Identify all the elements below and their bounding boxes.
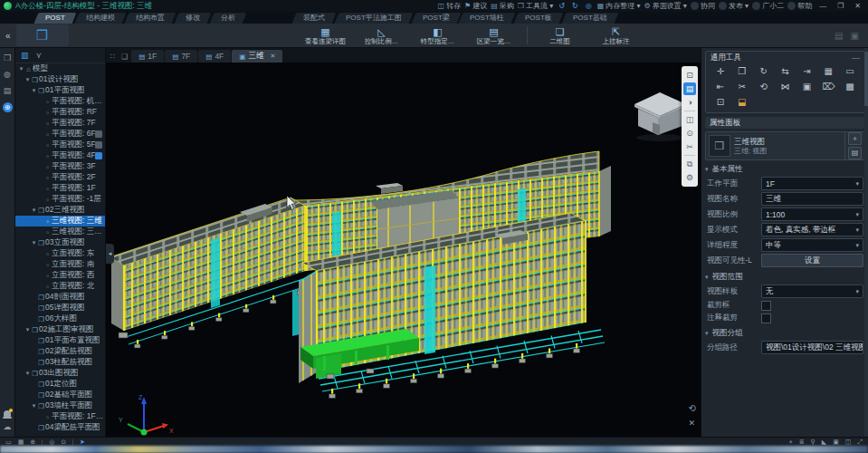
view-tab-1f[interactable]: ▤1F bbox=[131, 50, 164, 63]
tree-item-3d-main-selected[interactable]: ▫三维视图: 三维 bbox=[15, 216, 105, 226]
selection-filter-icon[interactable]: ▭ bbox=[5, 438, 12, 446]
collapse-tools-button[interactable]: — bbox=[852, 53, 860, 63]
measure-icon[interactable]: ⊙ bbox=[683, 127, 696, 140]
view-settings-icon[interactable]: ⚙ bbox=[683, 171, 696, 184]
section-view-group[interactable]: ▾ 视图分组 bbox=[705, 327, 865, 339]
view-tab-3d-active[interactable]: ▣三维✕ bbox=[232, 50, 282, 63]
view-beam-detail-button[interactable]: ▦查看连梁详图 bbox=[302, 26, 349, 45]
layout-toggle-icon[interactable]: ▣ bbox=[851, 31, 859, 41]
viewcube-home-icon[interactable] bbox=[634, 92, 686, 141]
view-type-selector[interactable]: ❒ 三维视图 三维: 视图 ＋ ▤ bbox=[705, 131, 865, 160]
target-icon[interactable]: ⌖ bbox=[789, 438, 793, 446]
minimize-button[interactable]: — bbox=[816, 2, 830, 10]
tree-item-plan-2f[interactable]: ▫平面视图: 2F bbox=[15, 172, 105, 183]
hatch-tool-icon[interactable]: ▩ bbox=[839, 80, 861, 93]
sidebar-collapse-handle[interactable]: ◂ bbox=[106, 244, 114, 264]
crop-box-checkbox[interactable] bbox=[761, 301, 771, 311]
match-tool-icon[interactable]: ⟲ bbox=[753, 80, 775, 93]
window-view-icon[interactable]: ◫ bbox=[845, 438, 852, 446]
tree-item-elev-east[interactable]: ▫立面视图: 东 bbox=[15, 248, 105, 259]
suggestion-button[interactable]: ⚑建议 bbox=[464, 1, 487, 11]
tree-item-plan-6f[interactable]: ▫平面视图: 6F bbox=[15, 129, 105, 140]
tree-item-elevation-views[interactable]: ▾❐03立面视图 bbox=[15, 237, 105, 248]
view-scale-select[interactable]: 1:100▾ bbox=[761, 207, 863, 221]
visibility-settings-button[interactable]: 设置 bbox=[761, 254, 863, 267]
tree-item-large-sample[interactable]: ❐06大样图 bbox=[15, 313, 105, 324]
view-tab-7f[interactable]: ▤7F bbox=[165, 50, 197, 63]
notification-bell-icon[interactable] bbox=[4, 410, 11, 417]
rotate-tool-icon[interactable]: ↻ bbox=[753, 64, 775, 78]
ribbon-tab-post-drawings[interactable]: POST平法施工图 bbox=[334, 13, 413, 24]
publish-menu[interactable]: 发布 ▾ bbox=[719, 1, 749, 11]
tree-item-plan-views[interactable]: ▾❐01平面视图 bbox=[15, 85, 105, 96]
orbit-reset-icon[interactable]: ⟲ bbox=[689, 403, 696, 413]
swap-tool-icon[interactable]: ⇆ bbox=[775, 64, 796, 78]
tree-list-icon[interactable]: ▥ bbox=[21, 51, 29, 60]
viewport-close-icon[interactable]: ✕ bbox=[688, 419, 695, 428]
box-select-tool-icon[interactable]: ▣ bbox=[796, 80, 817, 93]
collaborate-button[interactable]: 协同 bbox=[691, 1, 715, 11]
snap-icon[interactable]: ▦ bbox=[18, 438, 24, 446]
tree-item-plan-b1[interactable]: ▫平面视图: -1层 bbox=[15, 194, 105, 205]
tree-item-positioning[interactable]: ❐01定位图 bbox=[15, 379, 105, 390]
special-assign-button[interactable]: ◧特型指定… bbox=[415, 26, 462, 45]
procurement-button[interactable]: ▤采购 bbox=[491, 1, 514, 11]
toolflow-button[interactable]: ❒工具流 ▾ bbox=[518, 1, 553, 11]
ribbon-tab-post-slab[interactable]: POST板 bbox=[514, 13, 564, 24]
3d-viewport-canvas[interactable]: X Y Z ⊡ ▤ ◑ ◫ ⊙ ✂ ⧉ ⚙ bbox=[106, 63, 701, 437]
model-browser-icon[interactable]: ❒ bbox=[4, 53, 11, 63]
close-button[interactable]: ✕ bbox=[851, 2, 864, 10]
active-tool-icon[interactable]: ⊕ bbox=[3, 102, 13, 112]
view-template-select[interactable]: 无▾ bbox=[761, 284, 863, 298]
corner-snap-icon[interactable]: ◣ bbox=[822, 438, 826, 446]
move-tool-icon[interactable]: ✛ bbox=[710, 64, 731, 78]
group-path-input[interactable]: 视图\01设计视图\02 三维视图 bbox=[761, 341, 863, 354]
tree-item-elev-south[interactable]: ▫立面视图: 南 bbox=[15, 259, 105, 270]
help-button[interactable]: 帮助 bbox=[787, 1, 812, 11]
memory-cleanup-menu[interactable]: ▦内存整理 ▾ bbox=[597, 1, 641, 11]
user-account-button[interactable]: 广小二 bbox=[752, 1, 784, 11]
tree-item-plan-rf[interactable]: ▫平面视图: RF bbox=[15, 107, 105, 118]
tree-item-model[interactable]: ▾⌂模型 bbox=[15, 63, 105, 74]
offset-tool-icon[interactable]: ▭ bbox=[839, 64, 861, 78]
split-tool-icon[interactable]: ✂ bbox=[731, 80, 753, 93]
copy-tool-icon[interactable]: ❐ bbox=[731, 64, 753, 78]
tree-filter-icon[interactable]: ⋎ bbox=[36, 51, 43, 60]
ribbon-collapse-button[interactable]: « bbox=[0, 31, 16, 41]
osnap-icon[interactable]: ⊙ bbox=[61, 438, 66, 446]
array-tool-icon[interactable]: ▦ bbox=[817, 64, 839, 78]
annotation-button[interactable]: ⇱上挂标注 bbox=[593, 26, 640, 45]
tree-item-column-rebar[interactable]: ❐03柱配筋视图 bbox=[15, 357, 105, 368]
tree-item-wallcolumn-plan[interactable]: ▾❐03墙柱平面图 bbox=[15, 400, 105, 411]
locate-icon[interactable]: ⚲ bbox=[811, 438, 816, 446]
section-view-range[interactable]: ▾ 视图范围 bbox=[705, 271, 865, 283]
detail-level-select[interactable]: 中等▾ bbox=[761, 238, 863, 252]
tree-item-foundation-plan[interactable]: ❐02基础平面图 bbox=[15, 390, 105, 400]
control-scale-button[interactable]: ◺控制比例… bbox=[358, 26, 405, 45]
ribbon-tab-modeling[interactable]: 结构建模 bbox=[74, 13, 126, 24]
work-plane-select[interactable]: 1F▾ bbox=[761, 177, 863, 190]
link-icon[interactable]: ⧉ bbox=[683, 158, 696, 170]
grid-icon[interactable]: ⊕ bbox=[30, 438, 35, 446]
tree-item-detail-views[interactable]: ❐05详图视图 bbox=[15, 303, 105, 313]
sync-button[interactable]: ◎ bbox=[584, 2, 594, 10]
clip-icon[interactable]: ✂ bbox=[683, 140, 696, 153]
panel-scrollbar[interactable] bbox=[864, 48, 868, 437]
scrollbar-thumb[interactable] bbox=[864, 52, 868, 106]
type-list-button[interactable]: ▤ bbox=[848, 147, 862, 159]
measure-tool-icon[interactable]: ⊡ bbox=[710, 95, 731, 109]
ribbon-tab-post[interactable]: POST bbox=[34, 13, 77, 24]
ribbon-tab-prefab[interactable]: 装配式 bbox=[291, 13, 336, 24]
view-tab-4f[interactable]: ▤4F bbox=[198, 50, 231, 63]
add-type-button[interactable]: ＋ bbox=[848, 132, 862, 145]
ribbon-tab-post-foundation[interactable]: POST基础 bbox=[561, 13, 618, 24]
section-box-icon[interactable]: ◫ bbox=[683, 113, 696, 126]
2d-drawing-button[interactable]: ❏二维图 bbox=[537, 26, 584, 45]
tree-item-plan-1f[interactable]: ▫平面视图: 1F bbox=[15, 183, 105, 194]
view-name-input[interactable]: 三维 bbox=[761, 192, 863, 206]
panel-dock-icon[interactable]: ▤ bbox=[4, 86, 12, 95]
tree-item-section-views[interactable]: ❐04剖面视图 bbox=[15, 292, 105, 303]
ribbon-tab-post-wallcolumn[interactable]: POST墙柱 bbox=[459, 13, 516, 24]
tree-item-layout-plan[interactable]: ❐01平面布置视图 bbox=[15, 335, 105, 346]
tree-item-elev-west[interactable]: ▫立面视图: 西 bbox=[15, 270, 105, 281]
